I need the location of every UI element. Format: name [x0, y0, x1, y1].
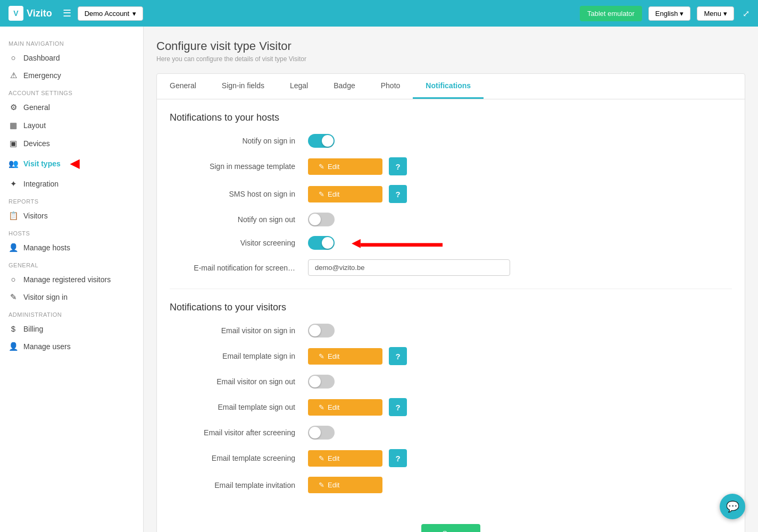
email-visitor-screening-label: Email visitor after screening — [170, 428, 308, 437]
sidebar-item-visit-types[interactable]: 👥 Visit types ◀ — [0, 153, 143, 175]
language-dropdown[interactable]: English ▾ — [648, 6, 691, 21]
menu-dropdown[interactable]: Menu ▾ — [697, 6, 734, 21]
sidebar-item-visitors[interactable]: 📋 Visitors — [0, 207, 143, 225]
notify-sign-out-control — [308, 213, 732, 226]
visitor-screening-toggle[interactable] — [308, 236, 335, 250]
visitors-section-title: Notifications to your visitors — [170, 302, 732, 313]
email-template-screening-edit-button[interactable]: ✎ Edit — [308, 450, 382, 467]
visit-types-icon: 👥 — [9, 159, 18, 168]
toggle-knob — [309, 376, 321, 387]
sms-host-control: ✎ Edit ? — [308, 185, 732, 203]
sidebar-item-label: General — [23, 103, 50, 112]
toggle-knob — [322, 237, 334, 249]
tablet-emulator-button[interactable]: Tablet emulator — [580, 6, 642, 21]
notify-sign-in-label: Notify on sign in — [170, 137, 308, 145]
notify-sign-in-control — [308, 134, 732, 148]
email-visitor-screening-toggle[interactable] — [308, 426, 335, 440]
edit-label: Edit — [328, 481, 339, 489]
language-label: English — [655, 10, 678, 18]
tab-sign-in-fields[interactable]: Sign-in fields — [209, 74, 277, 99]
notify-sign-in-row: Notify on sign in — [170, 134, 732, 148]
email-template-sign-out-label: Email template sign out — [170, 403, 308, 411]
edit-icon: ✎ — [319, 163, 324, 171]
sidebar-item-manage-users[interactable]: 👤 Manage users — [0, 337, 143, 356]
email-template-sign-in-help-button[interactable]: ? — [389, 347, 407, 365]
tab-legal[interactable]: Legal — [277, 74, 321, 99]
sidebar: Main Navigation ○ Dashboard ⚠ Emergency … — [0, 27, 144, 532]
sidebar-item-billing[interactable]: $ Billing — [0, 320, 143, 337]
email-template-sign-in-edit-button[interactable]: ✎ Edit — [308, 348, 382, 365]
email-screening-input[interactable] — [308, 259, 510, 276]
toggle-knob — [322, 135, 334, 147]
reports-label: Reports — [0, 193, 143, 207]
hamburger-icon[interactable]: ☰ — [63, 7, 71, 19]
visitor-screening-label: Visitor screening — [170, 239, 308, 247]
sign-in-message-help-button[interactable]: ? — [389, 157, 407, 175]
sign-in-message-label: Sign in message template — [170, 162, 308, 171]
sidebar-item-dashboard[interactable]: ○ Dashboard — [0, 49, 143, 66]
expand-icon[interactable]: ⤢ — [743, 9, 749, 19]
notifications-hosts-section: Notifications to your hosts Notify on si… — [157, 99, 745, 516]
tab-general[interactable]: General — [157, 74, 209, 99]
hosts-section-title: Notifications to your hosts — [170, 112, 732, 123]
save-button[interactable]: Save — [421, 524, 481, 532]
logo: V Vizito — [9, 6, 52, 21]
notify-sign-out-toggle[interactable] — [308, 213, 335, 226]
email-screening-row: E-mail notification for screen… — [170, 259, 732, 276]
main-nav-label: Main Navigation — [0, 35, 143, 49]
integration-icon: ✦ — [9, 179, 18, 189]
manage-users-icon: 👤 — [9, 342, 18, 351]
chat-bubble[interactable]: 💬 — [720, 494, 745, 519]
sidebar-item-label: Emergency — [23, 71, 61, 80]
email-visitor-screening-row: Email visitor after screening — [170, 426, 732, 440]
email-visitor-sign-in-toggle[interactable] — [308, 324, 335, 337]
tab-badge[interactable]: Badge — [321, 74, 368, 99]
tab-bar: General Sign-in fields Legal Badge Photo… — [157, 74, 745, 99]
sidebar-item-label: Manage hosts — [23, 243, 70, 252]
email-template-invitation-edit-button[interactable]: ✎ Edit — [308, 477, 382, 493]
email-visitor-sign-in-control — [308, 324, 732, 337]
edit-icon: ✎ — [319, 403, 324, 411]
sidebar-item-visitor-sign-in[interactable]: ✎ Visitor sign in — [0, 288, 143, 306]
sms-host-edit-button[interactable]: ✎ Edit — [308, 186, 382, 202]
main-content: Configure visit type Visitor Here you ca… — [144, 27, 758, 532]
emergency-icon: ⚠ — [9, 71, 18, 80]
account-settings-label: Account settings — [0, 85, 143, 98]
tab-notifications[interactable]: Notifications — [413, 74, 484, 99]
sidebar-item-label: Manage registered visitors — [23, 275, 111, 284]
email-template-sign-out-help-button[interactable]: ? — [389, 398, 407, 416]
section-divider — [170, 289, 732, 289]
email-template-screening-label: Email template screening — [170, 454, 308, 462]
sidebar-item-emergency[interactable]: ⚠ Emergency — [0, 66, 143, 85]
email-template-invitation-control: ✎ Edit — [308, 477, 732, 493]
sms-host-help-button[interactable]: ? — [389, 185, 407, 203]
screening-arrow: ◀▬▬▬▬▬▬▬ — [352, 236, 443, 250]
logo-text: Vizito — [27, 8, 52, 19]
email-template-sign-out-edit-button[interactable]: ✎ Edit — [308, 399, 382, 416]
devices-icon: ▣ — [9, 139, 18, 148]
email-template-screening-help-button[interactable]: ? — [389, 449, 407, 467]
logo-icon: V — [9, 6, 23, 21]
sidebar-item-label: Visitor sign in — [23, 293, 68, 301]
sidebar-item-integration[interactable]: ✦ Integration — [0, 175, 143, 193]
sign-in-message-edit-button[interactable]: ✎ Edit — [308, 158, 382, 175]
tab-photo[interactable]: Photo — [368, 74, 413, 99]
email-template-sign-in-control: ✎ Edit ? — [308, 347, 732, 365]
sidebar-item-manage-registered[interactable]: ○ Manage registered visitors — [0, 271, 143, 288]
general-icon: ⚙ — [9, 103, 18, 112]
general-section-label: General — [0, 257, 143, 271]
email-template-invitation-label: Email template invitation — [170, 481, 308, 489]
sidebar-item-manage-hosts[interactable]: 👤 Manage hosts — [0, 239, 143, 257]
email-visitor-sign-out-control — [308, 375, 732, 389]
email-visitor-sign-out-toggle[interactable] — [308, 375, 335, 389]
sidebar-item-devices[interactable]: ▣ Devices — [0, 134, 143, 153]
sidebar-item-general[interactable]: ⚙ General — [0, 98, 143, 116]
account-dropdown[interactable]: Demo Account ▾ — [78, 6, 144, 21]
edit-label: Edit — [328, 352, 339, 360]
notify-sign-in-toggle[interactable] — [308, 134, 335, 148]
billing-icon: $ — [9, 324, 18, 333]
email-screening-label: E-mail notification for screen… — [170, 264, 308, 272]
sidebar-item-layout[interactable]: ▦ Layout — [0, 116, 143, 134]
sidebar-item-label: Layout — [23, 121, 46, 130]
email-visitor-sign-in-row: Email visitor on sign in — [170, 324, 732, 337]
